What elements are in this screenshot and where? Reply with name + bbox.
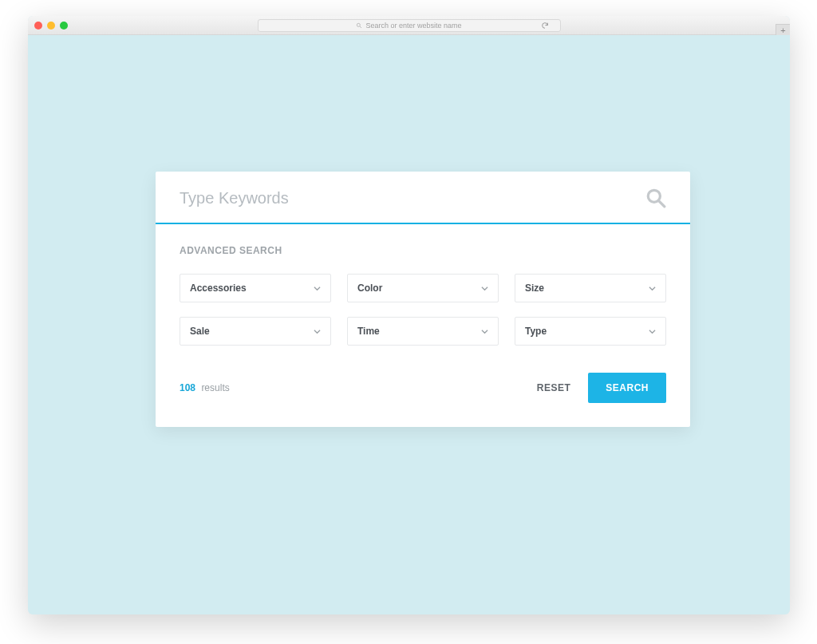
minimize-window-button[interactable] [47,22,55,30]
chevron-down-icon [314,285,321,292]
maximize-window-button[interactable] [60,22,68,30]
type-select[interactable]: Type [515,317,666,346]
card-footer: 108 results RESET SEARCH [180,373,666,403]
search-icon[interactable] [645,188,666,208]
close-window-button[interactable] [34,22,42,30]
advanced-title: ADVANCED SEARCH [180,245,666,256]
reset-button[interactable]: RESET [537,382,571,393]
window-controls [34,22,68,30]
results-count: 108 results [180,382,230,393]
results-label: results [201,382,229,393]
select-label: Type [525,326,547,337]
sale-select[interactable]: Sale [180,317,331,346]
chevron-down-icon [649,328,656,335]
search-card: ADVANCED SEARCH Accessories Color Size S… [156,172,690,427]
chevron-down-icon [481,285,488,292]
address-bar[interactable]: Search or enter website name [258,19,561,32]
select-label: Color [357,282,382,294]
select-label: Accessories [190,282,247,294]
select-label: Time [357,326,380,337]
keyword-search-row [156,172,690,224]
browser-window: Search or enter website name + ADVANCED … [28,16,790,614]
titlebar: Search or enter website name + [28,16,790,35]
size-select[interactable]: Size [515,274,666,302]
accessories-select[interactable]: Accessories [180,274,331,302]
advanced-search-section: ADVANCED SEARCH Accessories Color Size S… [156,224,690,427]
select-label: Sale [190,326,210,337]
results-number: 108 [180,382,195,393]
search-icon [356,22,362,29]
svg-line-3 [659,201,665,207]
chevron-down-icon [314,328,321,335]
address-placeholder: Search or enter website name [365,22,461,30]
filter-grid: Accessories Color Size Sale Time [180,274,666,346]
color-select[interactable]: Color [347,274,499,302]
time-select[interactable]: Time [347,317,499,346]
search-button[interactable]: SEARCH [588,373,666,403]
reload-icon [541,22,549,30]
action-buttons: RESET SEARCH [537,373,666,403]
select-label: Size [525,282,544,294]
svg-point-2 [648,190,660,202]
chevron-down-icon [649,285,656,292]
keyword-input[interactable] [180,189,645,207]
svg-line-1 [360,26,361,28]
reload-button[interactable] [539,20,551,31]
chevron-down-icon [481,328,488,335]
new-tab-button[interactable]: + [776,24,790,35]
svg-point-0 [357,23,361,26]
